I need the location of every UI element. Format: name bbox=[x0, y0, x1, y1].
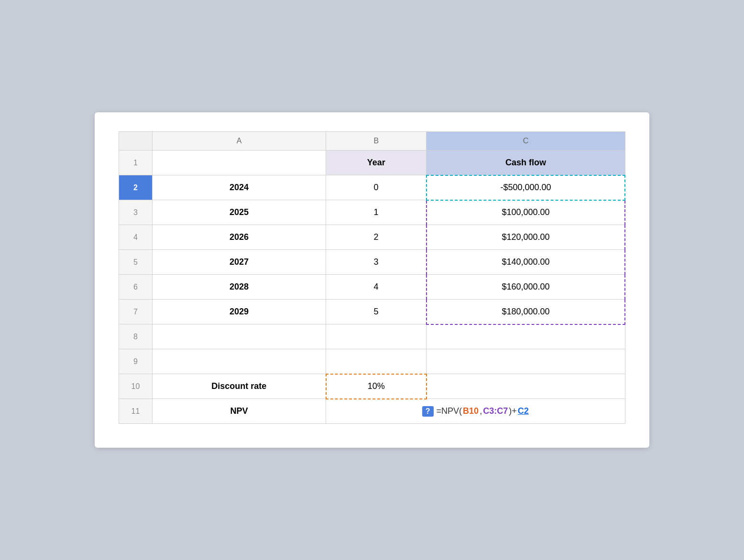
cell-a7[interactable]: 2029 bbox=[153, 300, 326, 324]
cell-c8[interactable] bbox=[427, 324, 625, 349]
cell-a4[interactable]: 2026 bbox=[153, 225, 326, 250]
table-row: 5 2027 3 $140,000.00 bbox=[119, 250, 625, 275]
table-row: 7 2029 5 $180,000.00 bbox=[119, 300, 625, 324]
formula-b10-ref: B10 bbox=[463, 406, 479, 416]
cell-b9[interactable] bbox=[326, 349, 427, 374]
spreadsheet-container: A B C 1 Year Cash flow 2 2024 0 -$500,00… bbox=[95, 112, 649, 448]
cell-a6[interactable]: 2028 bbox=[153, 275, 326, 300]
row-number-10: 10 bbox=[119, 374, 153, 399]
cell-c10[interactable] bbox=[427, 374, 625, 399]
table-row: 6 2028 4 $160,000.00 bbox=[119, 275, 625, 300]
row-number-8: 8 bbox=[119, 324, 153, 349]
formula-display: ? =NPV(B10,C3:C7)+C2 bbox=[422, 406, 529, 417]
cell-c3[interactable]: $100,000.00 bbox=[427, 200, 625, 225]
row-number-2: 2 bbox=[119, 175, 153, 200]
row-number-7: 7 bbox=[119, 300, 153, 324]
cell-b5[interactable]: 3 bbox=[326, 250, 427, 275]
cell-a5[interactable]: 2027 bbox=[153, 250, 326, 275]
cell-b3[interactable]: 1 bbox=[326, 200, 427, 225]
row-number-9: 9 bbox=[119, 349, 153, 374]
cell-c4[interactable]: $120,000.00 bbox=[427, 225, 625, 250]
cell-b11-formula[interactable]: ? =NPV(B10,C3:C7)+C2 bbox=[326, 399, 625, 424]
formula-icon: ? bbox=[422, 406, 434, 417]
cell-c6[interactable]: $160,000.00 bbox=[427, 275, 625, 300]
cell-a1[interactable] bbox=[153, 151, 326, 175]
cell-a3[interactable]: 2025 bbox=[153, 200, 326, 225]
table-row: 2 2024 0 -$500,000.00 bbox=[119, 175, 625, 200]
table-row: 8 bbox=[119, 324, 625, 349]
cell-c2[interactable]: -$500,000.00 bbox=[427, 175, 625, 200]
cell-c7[interactable]: $180,000.00 bbox=[427, 300, 625, 324]
cell-b4[interactable]: 2 bbox=[326, 225, 427, 250]
cell-a9[interactable] bbox=[153, 349, 326, 374]
formula-mid: )+ bbox=[509, 406, 517, 416]
table-row: 4 2026 2 $120,000.00 bbox=[119, 225, 625, 250]
table-row: 9 bbox=[119, 349, 625, 374]
cell-a10[interactable]: Discount rate bbox=[153, 374, 326, 399]
row-number-11: 11 bbox=[119, 399, 153, 424]
formula-c2-ref: C2 bbox=[518, 406, 529, 416]
cell-c9[interactable] bbox=[427, 349, 625, 374]
table-row: 10 Discount rate 10% bbox=[119, 374, 625, 399]
table-row: 11 NPV ? =NPV(B10,C3:C7)+C2 bbox=[119, 399, 625, 424]
cell-b8[interactable] bbox=[326, 324, 427, 349]
cell-a2[interactable]: 2024 bbox=[153, 175, 326, 200]
cell-b1[interactable]: Year bbox=[326, 151, 427, 175]
spreadsheet-table: A B C 1 Year Cash flow 2 2024 0 -$500,00… bbox=[119, 131, 625, 424]
row-number-6: 6 bbox=[119, 275, 153, 300]
row-number-1: 1 bbox=[119, 151, 153, 175]
cell-b6[interactable]: 4 bbox=[326, 275, 427, 300]
col-header-b: B bbox=[326, 132, 427, 151]
cell-c5[interactable]: $140,000.00 bbox=[427, 250, 625, 275]
cell-a11[interactable]: NPV bbox=[153, 399, 326, 424]
cell-a8[interactable] bbox=[153, 324, 326, 349]
row-number-3: 3 bbox=[119, 200, 153, 225]
cell-b10[interactable]: 10% bbox=[326, 374, 427, 399]
corner-cell bbox=[119, 132, 153, 151]
col-header-c: C bbox=[427, 132, 625, 151]
formula-c3c7-ref: C3:C7 bbox=[483, 406, 508, 416]
cell-c1[interactable]: Cash flow bbox=[427, 151, 625, 175]
table-row: 1 Year Cash flow bbox=[119, 151, 625, 175]
table-row: 3 2025 1 $100,000.00 bbox=[119, 200, 625, 225]
formula-comma1: , bbox=[480, 406, 482, 416]
cell-b2[interactable]: 0 bbox=[326, 175, 427, 200]
row-number-5: 5 bbox=[119, 250, 153, 275]
row-number-4: 4 bbox=[119, 225, 153, 250]
cell-b7[interactable]: 5 bbox=[326, 300, 427, 324]
formula-prefix: =NPV( bbox=[437, 406, 462, 416]
col-header-a: A bbox=[153, 132, 326, 151]
